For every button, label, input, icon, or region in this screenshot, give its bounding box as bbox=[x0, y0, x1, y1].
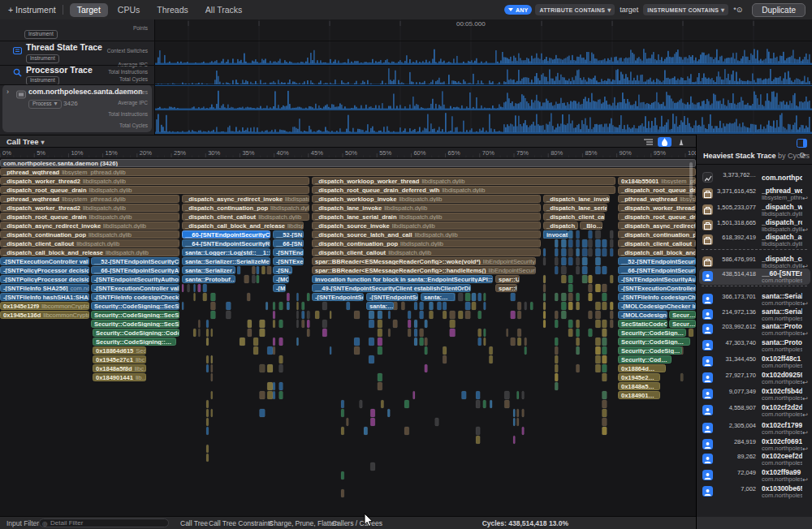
flame-block[interactable]: _dispatch_source_invokelibdispatch.dylib bbox=[312, 221, 541, 230]
flame-block[interactable]: _dispatch_worker_thread2libdispatch.dyli… bbox=[0, 177, 309, 185]
flame-block[interactable]: __64-[SNTEndpointSecurityRecord… bbox=[182, 239, 270, 247]
flame-block-selected[interactable]: __60-[SNTEndpointSecurityClient p… bbox=[182, 230, 270, 239]
flame-block[interactable]: 0x1945e27c1libc… bbox=[93, 355, 146, 363]
flame-block[interactable]: _dispatch_continuation_poplibdispatch.dy… bbox=[0, 230, 179, 239]
stack-trace-row[interactable]: 284,9190x102cf0691com.northpolesec.san…↪ bbox=[699, 437, 810, 453]
flame-block[interactable]: santa::Logger::Log(std::__1::uniq… bbox=[182, 248, 270, 256]
flame-block[interactable]: -[SNTExecutionController validateExe… bbox=[0, 257, 89, 265]
flame-block[interactable]: -[M… bbox=[273, 284, 286, 292]
flame-block[interactable]: __66-[SNTEndpointSecurit… bbox=[618, 266, 696, 274]
flame-block[interactable]: -[SN… bbox=[273, 266, 292, 274]
flame-block[interactable]: _pthread_wqthreadlibsystem_pthread.dylib bbox=[0, 168, 696, 176]
stack-trace-row[interactable]: 618,392,419_dispatch_async_redi…libdispa… bbox=[699, 232, 810, 248]
stack-trace-row[interactable]: 586,476,991_dispatch_call_block…libdispa… bbox=[699, 254, 810, 270]
flame-block[interactable]: _dispatch_async_redirect_invokelibdispat… bbox=[182, 195, 309, 203]
flame-block[interactable]: _dispatch_continuation_poplibdispatch.dy… bbox=[182, 204, 309, 212]
stack-trace-row[interactable]: 27,927,1700x102d09259com.northpolesec.sa… bbox=[699, 370, 810, 386]
flame-block[interactable]: __66-[SN… bbox=[273, 239, 304, 247]
flame-block[interactable]: _pthread_wqthreadlibsyste… bbox=[618, 195, 696, 203]
timeline[interactable]: 00:00.00000:05.000 bbox=[154, 19, 812, 135]
flame-block[interactable]: _dispatch_async_redirect_invokelibdispat… bbox=[0, 221, 179, 230]
flame-block[interactable]: 0x1848a5f8dlibc… bbox=[93, 364, 146, 372]
flame-block[interactable]: 0x184901441lib… bbox=[93, 373, 146, 381]
flame-block[interactable]: _dispatch_worker_thread2l… bbox=[618, 204, 696, 212]
flame-block[interactable]: _pthread_wqthreadlibsystem_pthread.dylib bbox=[0, 195, 179, 203]
disclosure-chevron[interactable]: › bbox=[6, 88, 9, 96]
flame-block[interactable]: __66-[SNTEndpointSecurityAuth… bbox=[91, 266, 179, 274]
flame-block[interactable]: Secur… bbox=[669, 320, 696, 328]
duplicate-button[interactable]: Duplicate bbox=[752, 3, 806, 17]
stack-trace-row[interactable]: 4,558,9070x102cf2d2dcom.northpolesec.san… bbox=[699, 402, 810, 419]
stack-trace-row[interactable]: 9,077,3490x102cf5b4dcom.northpolesec.san… bbox=[699, 386, 810, 402]
stack-trace-row[interactable]: 438,514,418__60-[SNTEndpointS…com.northp… bbox=[699, 269, 810, 285]
flame-block[interactable]: _dispatch_workloop_worker_threadlibdispa… bbox=[312, 177, 615, 185]
flame-block[interactable]: _dispatch_client_calloutlibdispatch.dyli… bbox=[182, 213, 309, 221]
flame-block[interactable]: _dispatch_call_block_and_releaselibdispa… bbox=[182, 221, 304, 230]
stack-trace-row[interactable]: 31,344,4500x102ff48c1com.northpolesec.sa… bbox=[699, 354, 810, 370]
flame-block[interactable]: -[SNTFileInfo codesignChe… bbox=[618, 293, 696, 301]
flame-block[interactable]: 0x1945e2… bbox=[618, 373, 660, 381]
flame-block[interactable]: Security::CodeSign… bbox=[618, 329, 686, 337]
flame-block[interactable]: __52-[SNTEndpointSecurityClien… bbox=[91, 257, 179, 265]
filter-attribute-dropdown[interactable]: ATTRIBUTE CONTAINS bbox=[535, 4, 615, 15]
filter-instrument-dropdown[interactable]: INSTRUMENT CONTAINS bbox=[643, 4, 728, 15]
flame-block[interactable]: com.northpolesec.santa.daemon (3426) bbox=[0, 159, 696, 167]
flame-block[interactable]: __52-[SNTEndpointSecurit… bbox=[618, 257, 696, 265]
flame-block[interactable]: _dispatch_client_calloutlib… bbox=[618, 239, 696, 247]
flame-block[interactable]: -[SNTFileInfo hashSHA1:SHA256:] c… bbox=[0, 293, 89, 301]
flame-block[interactable]: 0x18864d615Sec… bbox=[93, 346, 146, 355]
flame-block[interactable]: 0x18864d… bbox=[618, 364, 666, 372]
stack-trace-row[interactable]: 89,2620x102ceef2dcom.northpolesec.santa.… bbox=[699, 451, 810, 467]
flame-block[interactable]: _dispatch_root_queue_drainlibdispatch.dy… bbox=[0, 213, 179, 221]
flame-block[interactable]: invocat… bbox=[543, 230, 568, 239]
stack-trace-row[interactable]: 3,371,616,452_pthread_wqthreadlibsystem_… bbox=[699, 186, 810, 202]
flame-block[interactable]: _dispatch_lane_serial_drainlibdispatch.d… bbox=[312, 213, 541, 221]
flame-block[interactable]: 0x1945e12f9libcommonCrypto.dylib bbox=[0, 302, 89, 310]
flame-block[interactable]: __52-[SN… bbox=[273, 230, 304, 239]
flame-block[interactable]: _dispatch_workloop_invokelibdispatch.dyl… bbox=[312, 195, 541, 203]
flame-block[interactable]: Security::CodeSigning::… bbox=[93, 338, 176, 346]
flame-block[interactable]: spar::BBReader<ESMessageReaderConfig>::h… bbox=[312, 266, 536, 274]
flame-block[interactable]: santa::Serializer::SerializeMe… bbox=[182, 257, 270, 265]
flame-block[interactable]: -[SNTPolicyProcessor decisionForFil… bbox=[0, 266, 89, 274]
flame-block[interactable]: -[SNTEnd… bbox=[273, 248, 304, 256]
flame-block[interactable]: _Blo… bbox=[580, 221, 603, 230]
bottom-button-charge-prune-flatten[interactable]: Charge, Prune, Flatten bbox=[269, 519, 339, 527]
flame-block[interactable]: -[SNTFileInfo SHA256]com.northpol… bbox=[0, 284, 89, 292]
flame-graph-view-icon[interactable] bbox=[658, 137, 672, 147]
flame-block[interactable]: _dispatch_call_block_and_releaselibdispa… bbox=[0, 248, 179, 256]
filter-any-pill[interactable]: ANY bbox=[504, 5, 532, 15]
heaviest-view-icon[interactable] bbox=[674, 137, 688, 147]
flame-block[interactable]: Security::CodeSigning::SecSta… bbox=[91, 320, 179, 328]
flame-block[interactable]: SecStaticCodeChe… bbox=[618, 320, 667, 328]
flame-block[interactable]: _dispatch_root_queue_drai… bbox=[618, 213, 696, 221]
flame-block[interactable]: spar::Unt… bbox=[495, 275, 520, 283]
flame-block[interactable]: __49-[SNTEndpointSecurityClient establis… bbox=[312, 284, 471, 292]
stack-trace-row[interactable]: 2,305,0040x102cf1799com.northpolesec.san… bbox=[699, 420, 810, 437]
call-tree-dropdown[interactable]: Call Tree bbox=[6, 137, 45, 146]
flame-block[interactable]: -[SNTExe… bbox=[273, 257, 304, 265]
flame-block[interactable]: -[SNTEndpointSecurityAuth… bbox=[618, 275, 696, 283]
flame-block[interactable]: _dispatch_async_redirect_i… bbox=[618, 221, 696, 230]
flame-block[interactable]: santa:… bbox=[421, 293, 455, 301]
flame-block[interactable]: _dispatch_source_latch_and_calllibdispat… bbox=[312, 230, 541, 239]
add-instrument-button[interactable]: + Instrument bbox=[8, 5, 56, 15]
flame-block[interactable]: 0x1945e136dlibcommonCrypto.dylib bbox=[0, 311, 89, 319]
tab-cpus[interactable]: CPUs bbox=[110, 3, 147, 17]
flame-block[interactable]: _dispatch_client_calloutlibdispatch.dyli… bbox=[0, 239, 179, 247]
flame-block[interactable]: Security::CodeSigning::SecSta… bbox=[91, 302, 179, 310]
flame-block[interactable]: spar::U… bbox=[495, 284, 517, 292]
tab-target[interactable]: Target bbox=[70, 3, 108, 17]
bottom-button-call-tree-constraints[interactable]: Call Tree Constraints bbox=[209, 519, 273, 527]
flame-block[interactable]: Security::CodeSig… bbox=[618, 346, 682, 355]
flame-block[interactable]: -[SNTEndpointSec… bbox=[312, 293, 364, 301]
flame-block[interactable]: Security::CodeSigning::SecSta… bbox=[91, 311, 179, 319]
flame-block[interactable]: _dispatch_continuation_poplibdispatch.dy… bbox=[312, 239, 541, 247]
list-view-icon[interactable] bbox=[641, 137, 655, 147]
tab-threads[interactable]: Threads bbox=[149, 3, 196, 17]
flame-block[interactable]: _dispatch_lane_serial_d… bbox=[543, 204, 607, 212]
stack-trace-row[interactable]: 203,992,612santa::Protobuf::Seria…com.no… bbox=[699, 321, 810, 338]
flame-block[interactable]: _dispatch_call_block_and_r… bbox=[618, 248, 696, 256]
flame-block[interactable]: _dispatch_root_queue_drain_deferred_wlhl… bbox=[312, 186, 615, 194]
stack-trace-row[interactable]: 47,303,740santa::Protobuf::Finali…com.no… bbox=[699, 338, 810, 354]
